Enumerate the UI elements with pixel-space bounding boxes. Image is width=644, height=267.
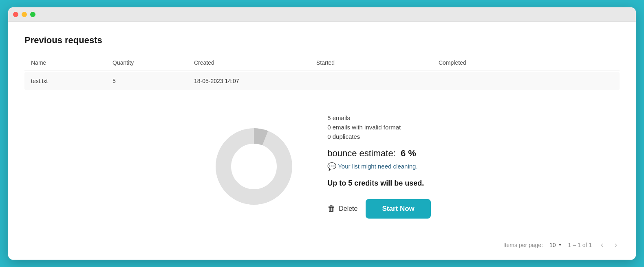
- app-window: Previous requests Name Quantity Created …: [8, 7, 636, 260]
- delete-button[interactable]: 🗑 Delete: [327, 204, 357, 213]
- start-now-button[interactable]: Start Now: [366, 199, 430, 219]
- pagination-next-button[interactable]: ›: [612, 240, 620, 250]
- pagination-range: 1 – 1 of 1: [568, 242, 592, 248]
- chevron-down-icon: [558, 244, 562, 246]
- page-title: Previous requests: [24, 35, 620, 46]
- pagination-bar: Items per page: 10 1 – 1 of 1 ‹ ›: [24, 233, 620, 250]
- close-button[interactable]: [13, 12, 18, 17]
- bounce-value: 6 %: [401, 148, 416, 158]
- bounce-estimate: bounce estimate: 6 %: [327, 148, 417, 159]
- warning-message: Your list might need cleaning.: [338, 163, 417, 170]
- svg-point-0: [223, 136, 285, 197]
- col-header-started: Started: [316, 59, 439, 66]
- action-buttons: 🗑 Delete Start Now: [327, 199, 431, 219]
- info-section: 5 emails 0 emails with invalid format 0 …: [327, 114, 431, 219]
- table-row[interactable]: test.txt 5 18-05-2023 14:07: [24, 72, 620, 90]
- cell-name: test.txt: [31, 78, 112, 84]
- col-header-name: Name: [31, 59, 112, 66]
- col-header-created: Created: [194, 59, 316, 66]
- main-content: Previous requests Name Quantity Created …: [8, 22, 636, 260]
- cell-quantity: 5: [112, 78, 194, 84]
- titlebar: [8, 7, 636, 22]
- start-now-label: Start Now: [382, 205, 414, 212]
- emails-count: 5 emails: [327, 114, 401, 121]
- bounce-label: bounce estimate:: [327, 148, 396, 158]
- invalid-count: 0 emails with invalid format: [327, 124, 401, 131]
- stats-section: 5 emails 0 emails with invalid format 0 …: [327, 114, 401, 140]
- items-per-page-label: Items per page:: [503, 242, 543, 248]
- credits-text: Up to 5 credits will be used.: [327, 179, 424, 188]
- trash-icon: 🗑: [327, 204, 335, 213]
- duplicates-count: 0 duplicates: [327, 133, 401, 140]
- delete-label: Delete: [339, 205, 357, 212]
- donut-chart: [213, 126, 295, 207]
- expanded-section: 5 emails 0 emails with invalid format 0 …: [24, 100, 620, 233]
- col-header-completed: Completed: [439, 59, 520, 66]
- warning-icon: 💬: [327, 162, 336, 171]
- items-per-page-select[interactable]: 10: [549, 242, 562, 248]
- col-header-quantity: Quantity: [112, 59, 194, 66]
- table-header: Name Quantity Created Started Completed: [24, 55, 620, 70]
- pagination-prev-button[interactable]: ‹: [598, 240, 606, 250]
- items-per-page-value: 10: [549, 242, 556, 248]
- cell-created: 18-05-2023 14:07: [194, 78, 316, 84]
- warning-text: 💬 Your list might need cleaning.: [327, 162, 417, 171]
- minimize-button[interactable]: [22, 12, 27, 17]
- bounce-section: bounce estimate: 6 % 💬 Your list might n…: [327, 148, 417, 171]
- maximize-button[interactable]: [30, 12, 35, 17]
